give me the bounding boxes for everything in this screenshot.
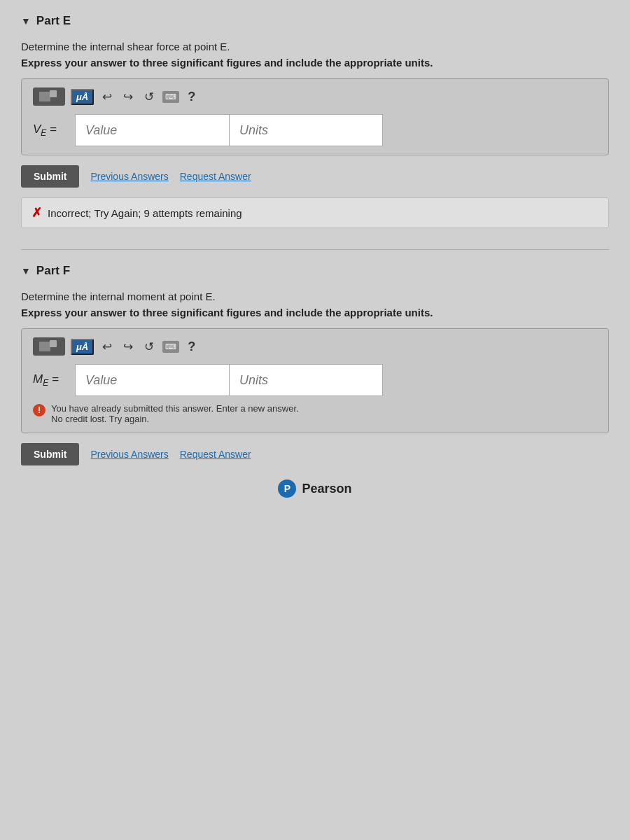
main-container: ▼ Part E Determine the internal shear fo… <box>0 0 630 533</box>
part-e-var-sub: E <box>41 128 46 138</box>
part-f-value-input[interactable] <box>75 364 229 396</box>
part-f-question1: Determine the internal moment at point E… <box>21 290 609 302</box>
part-e-keyboard-icon[interactable]: ⌨ <box>162 91 179 103</box>
part-f-section: ▼ Part F Determine the internal moment a… <box>21 264 609 498</box>
part-e-question1: Determine the internal shear force at po… <box>21 41 609 52</box>
part-e-submit-button[interactable]: Submit <box>21 165 79 188</box>
part-e-previous-answers-button[interactable]: Previous Answers <box>90 171 168 182</box>
part-f-square-icon <box>39 342 50 351</box>
part-e-header: ▼ Part E <box>21 14 609 28</box>
part-f-header: ▼ Part F <box>21 264 609 278</box>
part-e-arrow[interactable]: ▼ <box>21 15 31 27</box>
pearson-label: Pearson <box>302 482 351 496</box>
part-e-value-input[interactable] <box>75 114 229 146</box>
part-f-submit-row: Submit Previous Answers Request Answer <box>21 443 609 465</box>
part-e-units-input[interactable] <box>229 114 383 146</box>
part-f-redo-button[interactable]: ↪ <box>120 338 136 356</box>
part-f-answer-box: μÅ ↩ ↪ ↺ ⌨ ? ME = ! You have alre <box>21 328 609 433</box>
part-e-request-answer-button[interactable]: Request Answer <box>180 171 251 182</box>
part-e-error-message: Incorrect; Try Again; 9 attempts remaini… <box>48 207 242 219</box>
part-f-units-input[interactable] <box>229 364 383 396</box>
part-f-info-text: You have already submitted this answer. … <box>51 403 299 424</box>
part-e-refresh-button[interactable]: ↺ <box>141 88 157 106</box>
square-icon <box>39 92 50 102</box>
part-e-title: Part E <box>36 14 71 28</box>
part-e-mu-button[interactable]: μÅ <box>71 89 94 105</box>
part-f-format-icon <box>37 340 61 353</box>
part-f-mu-button[interactable]: μÅ <box>71 339 94 355</box>
part-e-toolbar: μÅ ↩ ↪ ↺ ⌨ ? <box>33 88 597 106</box>
part-f-input-row: ME = <box>33 364 597 396</box>
section-divider <box>21 249 609 250</box>
part-e-submit-row: Submit Previous Answers Request Answer <box>21 165 609 188</box>
part-e-input-row: VE = <box>33 114 597 146</box>
format-icon <box>37 90 61 103</box>
part-e-undo-button[interactable]: ↩ <box>99 88 115 106</box>
part-f-title: Part F <box>36 264 70 278</box>
part-e-error-box: ✗ Incorrect; Try Again; 9 attempts remai… <box>21 197 609 228</box>
part-e-answer-box: μÅ ↩ ↪ ↺ ⌨ ? VE = <box>21 78 609 155</box>
part-f-undo-button[interactable]: ↩ <box>99 338 115 356</box>
part-f-arrow[interactable]: ▼ <box>21 265 31 276</box>
pearson-icon: P <box>278 479 296 498</box>
part-f-small-square-icon <box>50 340 57 347</box>
part-f-submit-button[interactable]: Submit <box>21 443 79 465</box>
part-e-question2: Express your answer to three significant… <box>21 57 609 69</box>
part-f-previous-answers-button[interactable]: Previous Answers <box>90 449 168 460</box>
part-f-help-icon[interactable]: ? <box>188 340 195 354</box>
part-f-keyboard-icon[interactable]: ⌨ <box>162 341 179 353</box>
part-f-var-sub: E <box>43 378 48 388</box>
part-e-help-icon[interactable]: ? <box>188 90 195 104</box>
part-f-request-answer-button[interactable]: Request Answer <box>180 449 251 460</box>
part-f-var-label: ME = <box>33 372 68 388</box>
pearson-row: P Pearson <box>21 479 609 498</box>
part-f-toolbar: μÅ ↩ ↪ ↺ ⌨ ? <box>33 337 597 356</box>
small-square-icon <box>50 90 57 97</box>
part-f-refresh-button[interactable]: ↺ <box>141 338 157 356</box>
part-e-redo-button[interactable]: ↪ <box>120 88 136 106</box>
part-e-error-icon: ✗ <box>31 205 42 220</box>
part-f-format-button[interactable] <box>33 337 65 356</box>
part-e-format-button[interactable] <box>33 88 65 106</box>
part-f-info-row: ! You have already submitted this answer… <box>33 403 597 424</box>
part-f-info-icon: ! <box>33 404 46 416</box>
part-f-question2: Express your answer to three significant… <box>21 307 609 318</box>
part-e-var-label: VE = <box>33 122 68 138</box>
part-e-section: ▼ Part E Determine the internal shear fo… <box>21 14 609 228</box>
